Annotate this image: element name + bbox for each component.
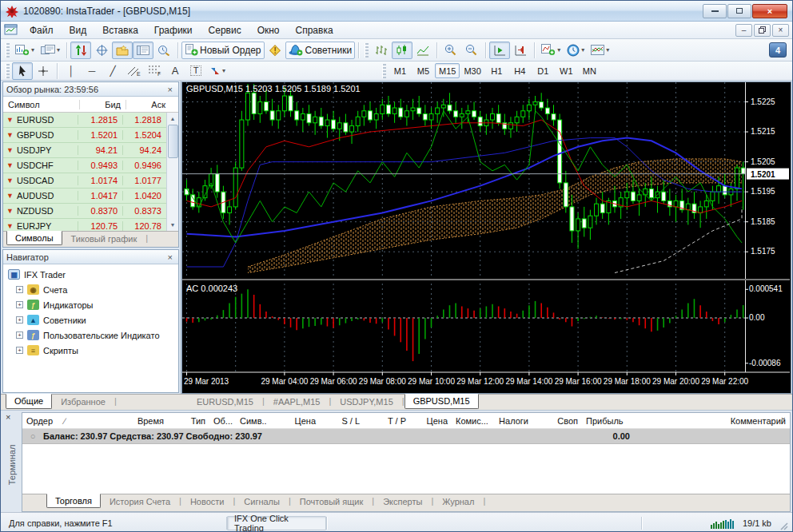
chart-tab-EURUSD,M15[interactable]: EURUSD,M15 bbox=[188, 395, 262, 409]
line-chart-button[interactable] bbox=[412, 42, 433, 59]
market-watch-row[interactable]: ▼NZDUSD0.83700.8373 bbox=[3, 204, 166, 219]
chart-shift-button[interactable] bbox=[510, 42, 531, 59]
bar-chart-button[interactable] bbox=[371, 42, 392, 59]
column-header-Комментарий[interactable]: Комментарий bbox=[627, 416, 790, 426]
timeframe-M5[interactable]: M5 bbox=[412, 63, 435, 78]
zoom-in-button[interactable] bbox=[440, 42, 461, 59]
crosshair-button[interactable] bbox=[33, 62, 54, 80]
timeframe-H4[interactable]: H4 bbox=[508, 63, 532, 78]
arrows-button[interactable]: ▾ bbox=[206, 62, 229, 80]
expand-icon[interactable]: + bbox=[16, 347, 23, 354]
strategy-tester-button[interactable] bbox=[153, 42, 174, 59]
navigator-button[interactable] bbox=[112, 42, 133, 59]
text-label-button[interactable]: T bbox=[185, 62, 206, 80]
metaeditor-button[interactable]: ! bbox=[265, 42, 285, 59]
market-watch-header[interactable]: Обзор рынка: 23:59:56 × bbox=[3, 82, 178, 97]
new-chart-button[interactable]: ▾ bbox=[12, 42, 38, 59]
expand-icon[interactable]: + bbox=[16, 286, 23, 293]
toolbar-grip[interactable] bbox=[6, 43, 10, 58]
mdi-close-button[interactable]: × bbox=[772, 24, 789, 37]
horizontal-line-button[interactable]: ─ bbox=[82, 62, 102, 80]
scroll-up-button[interactable]: ▲ bbox=[167, 113, 179, 125]
column-header-Налоги[interactable]: Налоги bbox=[488, 416, 532, 426]
menu-item-Вид[interactable]: Вид bbox=[62, 23, 95, 38]
terminal-button[interactable] bbox=[133, 42, 153, 59]
tab-Символы[interactable]: Символы bbox=[6, 231, 62, 245]
terminal-tab-Почтовый ящик[interactable]: Почтовый ящик bbox=[291, 494, 372, 509]
price-chart[interactable]: 1.52251.52151.52051.51951.51851.51751.52… bbox=[182, 82, 790, 392]
terminal-tab-Новости[interactable]: Новости bbox=[181, 494, 233, 509]
column-header-Прибыль[interactable]: Прибыль bbox=[582, 416, 627, 426]
terminal-column-headers[interactable]: Ордер∕ВремяТипОб...Симв...ЦенаS / LT / P… bbox=[22, 413, 790, 429]
status-trading-mode[interactable]: IFX One Click Trading bbox=[227, 516, 326, 530]
resize-grip[interactable] bbox=[778, 520, 791, 532]
menu-item-Файл[interactable]: Файл bbox=[22, 23, 62, 38]
menu-item-Графики[interactable]: Графики bbox=[146, 23, 201, 38]
notifications-badge[interactable]: 4 bbox=[769, 42, 787, 58]
tab-Тиковый график[interactable]: Тиковый график bbox=[62, 232, 146, 246]
market-watch-row[interactable]: ▼AUDUSD1.04171.0420 bbox=[3, 189, 166, 204]
data-window-button[interactable] bbox=[91, 42, 112, 59]
timeframe-M1[interactable]: M1 bbox=[389, 63, 412, 78]
menu-item-Окно[interactable]: Окно bbox=[249, 23, 288, 38]
terminal-tab-История Счета[interactable]: История Счета bbox=[101, 494, 179, 509]
market-watch-row[interactable]: ▼EURJPY120.75120.78 bbox=[3, 219, 166, 231]
mdi-minimize-button[interactable]: – bbox=[735, 24, 752, 37]
close-navigator-button[interactable]: × bbox=[165, 252, 175, 262]
tree-item-Советники[interactable]: +▲Советники bbox=[3, 312, 178, 328]
market-watch-scrollbar[interactable]: ▲ ▼ bbox=[166, 113, 178, 231]
text-button[interactable]: A bbox=[165, 62, 185, 80]
fibonacci-button[interactable]: F bbox=[144, 62, 165, 80]
close-terminal-button[interactable]: × bbox=[6, 412, 10, 422]
tree-root-item[interactable]: ▦IFX Trader bbox=[3, 267, 178, 282]
expand-icon[interactable]: + bbox=[16, 332, 23, 339]
terminal-tab-Сигналы[interactable]: Сигналы bbox=[235, 494, 289, 509]
column-header-Ордер[interactable]: Ордер∕ bbox=[22, 416, 110, 426]
balance-row[interactable]: ○ Баланс: 230.97 Средства: 230.97 Свобод… bbox=[22, 429, 790, 444]
chart-window[interactable]: 1.52251.52151.52051.51951.51851.51751.52… bbox=[181, 81, 791, 394]
toolbar-grip[interactable] bbox=[365, 43, 369, 58]
templates-button[interactable]: ▾ bbox=[588, 42, 612, 59]
profiles-button[interactable]: ▾ bbox=[38, 42, 63, 59]
tab-Общие[interactable]: Общие bbox=[6, 394, 52, 409]
minimize-button[interactable] bbox=[703, 4, 727, 18]
indicators-button[interactable]: ▾ bbox=[538, 42, 564, 59]
market-watch-row[interactable]: ▼GBPUSD1.52011.5204 bbox=[3, 128, 166, 143]
market-watch-row[interactable]: ▼EURUSD1.28151.2818 bbox=[3, 113, 166, 128]
zoom-out-button[interactable] bbox=[461, 42, 482, 59]
tree-item-Счета[interactable]: +◉Счета bbox=[3, 282, 178, 297]
chart-window-icon[interactable] bbox=[4, 24, 18, 36]
maximize-button[interactable] bbox=[727, 4, 751, 18]
column-header-Симв...[interactable]: Симв... bbox=[236, 416, 266, 426]
title-bar[interactable]: 1020890: InstaTrader - [GBPUSD,M15] × bbox=[1, 1, 792, 22]
market-watch-column-headers[interactable]: СимволБидАск bbox=[3, 97, 178, 113]
close-market-watch-button[interactable]: × bbox=[165, 85, 175, 94]
menu-item-Справка[interactable]: Справка bbox=[288, 23, 341, 38]
timeframe-H1[interactable]: H1 bbox=[485, 63, 508, 78]
tree-item-Скрипты[interactable]: +≡Скрипты bbox=[3, 343, 178, 358]
tree-item-Пользовательские Индикато[interactable]: +ƒПользовательские Индикато bbox=[3, 328, 178, 343]
tab-Избранное[interactable]: Избранное bbox=[52, 395, 114, 409]
expand-icon[interactable]: + bbox=[16, 316, 23, 324]
scroll-down-button[interactable]: ▼ bbox=[167, 219, 179, 231]
column-header-Цена[interactable]: Цена bbox=[266, 416, 320, 426]
timeframe-M30[interactable]: M30 bbox=[460, 63, 484, 78]
column-header-Символ[interactable]: Символ bbox=[3, 100, 80, 109]
column-header-Об...[interactable]: Об... bbox=[209, 416, 236, 426]
market-watch-row[interactable]: ▼USDCHF0.94930.9496 bbox=[3, 158, 166, 173]
chart-tab-GBPUSD,M15[interactable]: GBPUSD,M15 bbox=[404, 394, 479, 409]
column-header-T / P[interactable]: T / P bbox=[364, 416, 410, 426]
scrollbar-thumb[interactable] bbox=[168, 125, 178, 158]
column-header-Своп[interactable]: Своп bbox=[532, 416, 582, 426]
equidistant-channel-button[interactable]: E bbox=[123, 62, 144, 80]
market-watch-button[interactable] bbox=[70, 42, 91, 59]
column-header-Бид[interactable]: Бид bbox=[80, 100, 126, 109]
chart-tab-USDJPY,M15[interactable]: USDJPY,M15 bbox=[331, 395, 401, 409]
column-header-Аск[interactable]: Аск bbox=[126, 100, 170, 109]
market-watch-row[interactable]: ▼USDJPY94.2194.24 bbox=[3, 143, 166, 158]
menu-item-Вставка[interactable]: Вставка bbox=[94, 23, 146, 38]
column-header-S / L[interactable]: S / L bbox=[320, 416, 364, 426]
toolbar-grip[interactable] bbox=[382, 64, 386, 78]
vertical-line-button[interactable]: │ bbox=[61, 62, 82, 80]
tree-item-Индикаторы[interactable]: +ƒИндикаторы bbox=[3, 297, 178, 312]
